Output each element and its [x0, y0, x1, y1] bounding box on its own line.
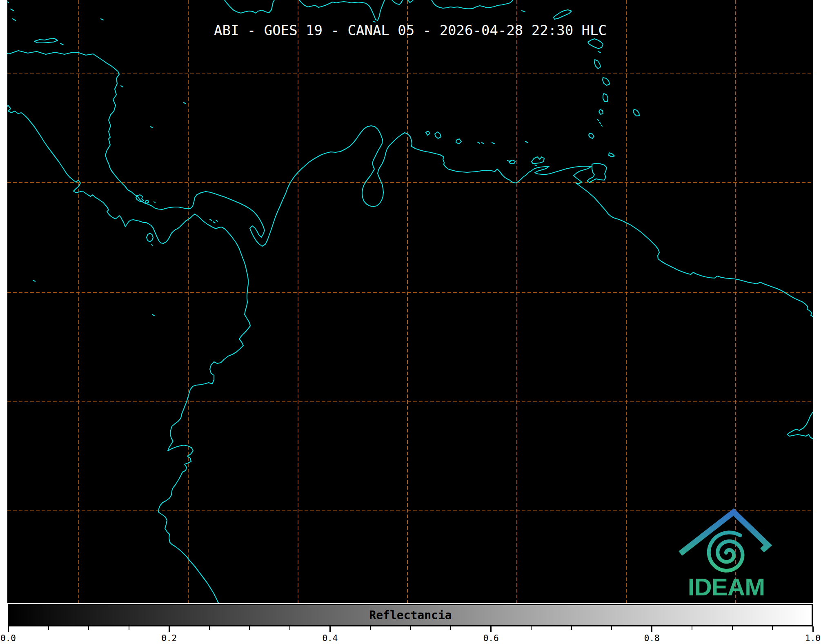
map-black-background — [7, 0, 813, 603]
colorbar-minor-tick — [692, 626, 692, 630]
colorbar-major-tick — [8, 626, 9, 632]
colorbar-minor-tick — [209, 626, 210, 630]
colorbar-minor-tick — [450, 626, 451, 630]
satellite-image-screen: IDEAM ABI - GOES 19 - CANAL 05 - 2026-04… — [0, 0, 821, 644]
colorbar-minor-tick — [289, 626, 290, 630]
colorbar-major-tick — [812, 626, 814, 632]
colorbar-minor-tick — [531, 626, 532, 630]
colorbar-minor-tick — [88, 626, 89, 630]
colorbar-major-tick — [329, 626, 331, 632]
colorbar-tick-label: 1.0 — [797, 633, 821, 643]
colorbar-minor-tick — [370, 626, 371, 630]
colorbar-minor-tick — [772, 626, 773, 630]
colorbar-minor-tick — [410, 626, 411, 630]
colorbar-tick-label: 0.8 — [636, 633, 668, 643]
colorbar-minor-tick — [129, 626, 129, 630]
colorbar-minor-tick — [611, 626, 612, 630]
colorbar-tick-label: 0.4 — [314, 633, 346, 643]
colorbar-minor-tick — [249, 626, 250, 630]
reflectance-colorbar: Reflectancia — [8, 604, 813, 626]
satellite-map: IDEAM — [0, 0, 821, 603]
colorbar-minor-tick — [732, 626, 733, 630]
colorbar-label: Reflectancia — [9, 608, 812, 622]
logo-wordmark: IDEAM — [688, 573, 765, 601]
colorbar-tick-label: 0.0 — [0, 633, 24, 643]
colorbar-minor-tick — [48, 626, 49, 630]
colorbar-minor-tick — [571, 626, 572, 630]
image-title: ABI - GOES 19 - CANAL 05 - 2026-04-28 22… — [7, 22, 813, 38]
colorbar-major-tick — [169, 626, 170, 632]
colorbar-tick-label: 0.2 — [153, 633, 185, 643]
colorbar-major-tick — [490, 626, 492, 632]
colorbar-major-tick — [651, 626, 652, 632]
colorbar-tick-label: 0.6 — [475, 633, 507, 643]
